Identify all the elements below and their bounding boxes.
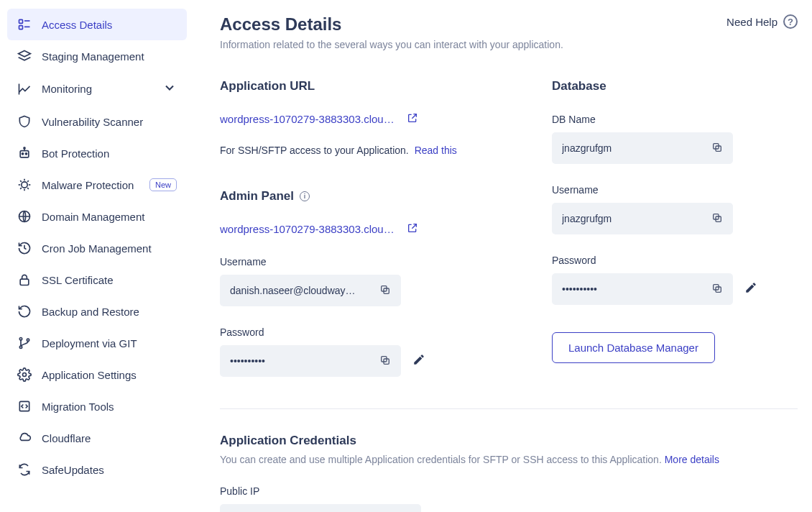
sidebar-item-label: SSL Certificate (42, 274, 177, 286)
need-help-link[interactable]: Need Help ? (726, 14, 798, 29)
cloud-icon (17, 431, 32, 445)
sidebar-item-cloudflare[interactable]: Cloudflare (7, 422, 187, 454)
copy-icon[interactable] (711, 283, 723, 296)
info-icon[interactable]: i (300, 191, 310, 201)
refresh-icon (17, 462, 32, 477)
svg-point-7 (25, 153, 27, 155)
globe-icon (17, 209, 32, 224)
sidebar-item-label: Migration Tools (42, 401, 177, 413)
edit-icon[interactable] (744, 281, 757, 297)
admin-username-field: danish.naseer@cloudways.c... (220, 275, 401, 306)
right-column: Database DB Name jnazgrufgm Username jna… (552, 79, 798, 377)
new-badge: New (149, 178, 177, 191)
sidebar-item-domain-management[interactable]: Domain Management (7, 201, 187, 232)
divider (220, 408, 798, 409)
svg-point-21 (19, 338, 22, 340)
svg-point-10 (22, 182, 27, 188)
admin-username-value: danish.naseer@cloudways.c... (230, 285, 359, 296)
shield-icon (17, 114, 32, 129)
svg-line-13 (20, 180, 22, 182)
more-details-link[interactable]: More details (665, 454, 719, 465)
left-column: Application URL wordpress-1070279-388330… (220, 79, 466, 377)
db-password-field: •••••••••• (552, 273, 733, 305)
svg-line-18 (27, 180, 29, 182)
svg-marker-4 (19, 51, 31, 57)
gear-icon (17, 367, 32, 382)
sidebar-item-label: Cron Job Management (42, 242, 177, 255)
sidebar-item-malware-protection[interactable]: Malware Protection New (7, 169, 187, 201)
svg-point-22 (19, 346, 22, 348)
admin-username-label: Username (220, 256, 466, 268)
application-url-title: Application URL (220, 79, 466, 93)
svg-rect-2 (19, 26, 23, 29)
svg-line-14 (27, 188, 29, 189)
copy-icon[interactable] (711, 142, 723, 155)
admin-password-field: •••••••••• (220, 345, 401, 377)
svg-line-17 (20, 188, 22, 189)
copy-icon[interactable] (711, 212, 723, 226)
sidebar-item-label: Backup and Restore (42, 306, 177, 318)
admin-password-value: •••••••••• (230, 355, 265, 367)
sidebar-item-access-details[interactable]: Access Details (7, 9, 187, 40)
migration-icon (17, 399, 32, 413)
sidebar-item-label: Vulnerability Scanner (42, 116, 177, 128)
dbname-field: jnazgrufgm (552, 132, 733, 164)
copy-icon[interactable] (379, 284, 391, 298)
database-title: Database (552, 79, 798, 93)
db-password-value: •••••••••• (562, 283, 597, 295)
sidebar-item-backup-and-restore[interactable]: Backup and Restore (7, 296, 187, 327)
page-subtitle: Information related to the several ways … (220, 39, 563, 50)
sidebar-item-bot-protection[interactable]: Bot Protection (7, 137, 187, 169)
page-title: Access Details (220, 14, 563, 35)
backup-icon (17, 304, 32, 319)
sidebar-item-label: Deployment via GIT (42, 337, 177, 349)
bot-icon (17, 146, 32, 160)
db-username-value: jnazgrufgm (562, 213, 612, 224)
external-link-icon[interactable] (407, 112, 418, 126)
launch-database-manager-button[interactable]: Launch Database Manager (552, 332, 715, 363)
help-icon: ? (783, 14, 798, 29)
svg-point-23 (27, 339, 29, 341)
sidebar-item-migration-tools[interactable]: Migration Tools (7, 390, 187, 422)
staging-icon (17, 49, 32, 63)
sidebar-item-ssl-certificate[interactable]: SSL Certificate (7, 264, 187, 296)
sidebar-item-label: Malware Protection (42, 179, 135, 191)
copy-icon[interactable] (379, 355, 391, 368)
sidebar-item-cron-job-management[interactable]: Cron Job Management (7, 232, 187, 264)
admin-password-label: Password (220, 326, 466, 338)
monitoring-icon (17, 82, 32, 96)
svg-point-9 (24, 147, 25, 149)
main-content: Access Details Information related to th… (194, 0, 812, 512)
sidebar: Access Details Staging Management Monito… (0, 0, 194, 512)
sidebar-item-label: Cloudflare (42, 432, 177, 444)
sidebar-item-monitoring[interactable]: Monitoring (7, 72, 187, 106)
lock-icon (17, 273, 32, 287)
sidebar-item-label: Bot Protection (42, 147, 177, 160)
sidebar-item-staging-management[interactable]: Staging Management (7, 40, 187, 72)
public-ip-field: 144.126.228.0 (220, 504, 421, 512)
sidebar-item-label: SafeUpdates (42, 464, 177, 476)
app-credentials-title: Application Credentials (220, 434, 798, 448)
svg-rect-0 (19, 19, 23, 23)
db-username-field: jnazgrufgm (552, 203, 733, 234)
sidebar-item-vulnerability-scanner[interactable]: Vulnerability Scanner (7, 106, 187, 137)
db-username-label: Username (552, 184, 798, 196)
edit-icon[interactable] (412, 353, 425, 369)
sidebar-item-deployment-via-git[interactable]: Deployment via GIT (7, 327, 187, 359)
ssh-note: For SSH/SFTP access to your Application.… (220, 145, 466, 156)
sidebar-item-safeupdates[interactable]: SafeUpdates (7, 454, 187, 485)
sidebar-item-application-settings[interactable]: Application Settings (7, 359, 187, 390)
read-this-link[interactable]: Read this (415, 145, 457, 156)
sidebar-item-label: Application Settings (42, 369, 177, 381)
sidebar-item-label: Staging Management (42, 50, 177, 63)
svg-point-6 (22, 153, 23, 155)
application-url-link[interactable]: wordpress-1070279-3883303.cloudw... (220, 113, 400, 125)
git-branch-icon (17, 336, 32, 350)
dbname-label: DB Name (552, 114, 798, 125)
admin-panel-url-link[interactable]: wordpress-1070279-3883303.cloudw... (220, 223, 400, 235)
svg-rect-20 (20, 279, 29, 285)
clock-history-icon (17, 241, 32, 255)
external-link-icon[interactable] (407, 222, 418, 236)
sidebar-item-label: Access Details (42, 19, 177, 31)
sidebar-item-label: Monitoring (42, 83, 152, 95)
